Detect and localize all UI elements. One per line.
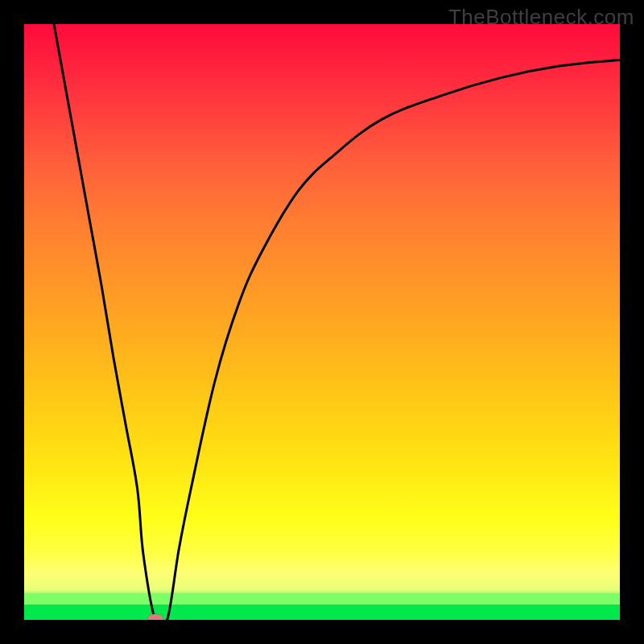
- bottleneck-curve: [54, 24, 620, 620]
- optimal-point-marker: [147, 614, 163, 620]
- watermark-label: TheBottleneck.com: [448, 5, 634, 30]
- plot-area: [24, 24, 620, 620]
- chart-container: TheBottleneck.com: [0, 0, 644, 644]
- curve-svg: [24, 24, 620, 620]
